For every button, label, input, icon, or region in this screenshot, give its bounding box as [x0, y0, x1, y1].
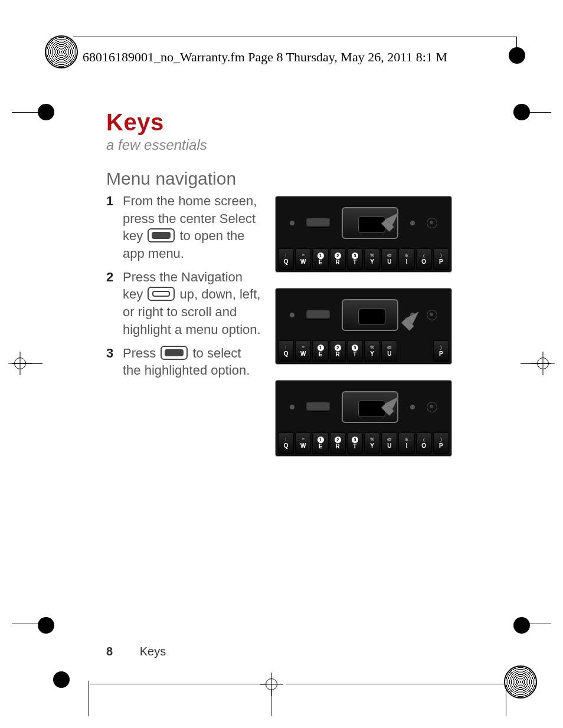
keyboard-key: 1E [312, 248, 328, 270]
key-letter: E [319, 260, 323, 265]
key-symbol: ) [440, 437, 442, 442]
keyboard-key: 1E [312, 340, 328, 362]
key-letter: T [353, 352, 356, 358]
keyboard-key: @U [381, 248, 397, 270]
key-letter: Q [284, 443, 289, 449]
key-letter: Y [370, 443, 374, 449]
indicator-dot [290, 221, 294, 225]
crop-line [271, 689, 271, 716]
keyboard-key: 3T [347, 340, 363, 362]
pointer-arrow-icon [369, 209, 402, 242]
keyboard-key: !Q [278, 340, 294, 362]
crop-line [286, 684, 504, 684]
keyboard-key: !Q [278, 248, 294, 270]
reg-dot [38, 617, 54, 634]
soft-key-left [306, 218, 330, 228]
key-symbol: % [370, 253, 374, 258]
key-letter: W [300, 259, 306, 265]
phone-top-row [276, 294, 451, 336]
phone-illustration: !Q=W1E2R3T%Y@U&I(O)P [275, 288, 452, 365]
step-number: 3 [106, 345, 117, 379]
phone-illustration: !Q=W1E2R3T%Y@U&I(O)P [275, 196, 452, 273]
key-letter: Y [370, 259, 374, 265]
key-letter: W [300, 351, 306, 357]
reg-dot [513, 617, 530, 634]
keyboard-key: 2R [330, 340, 346, 362]
key-number-badge: 1 [317, 252, 324, 259]
key-number-badge: 1 [317, 437, 324, 443]
keyboard-key: 3T [347, 432, 363, 454]
steps-column: 1From the home screen, press the center … [106, 192, 261, 472]
key-letter: Q [284, 351, 289, 357]
indicator-dot [290, 313, 294, 317]
keyboard-key: =W [295, 340, 311, 362]
keyboard-key: =W [295, 432, 311, 454]
keyboard-row: !Q=W1E2R3T%Y@U&I(O)P [278, 340, 449, 362]
header-docline: 68016189001_no_Warranty.fm Page 8 Thursd… [83, 50, 447, 65]
key-symbol: = [302, 253, 305, 258]
camera-icon [427, 310, 437, 320]
soft-key-left [306, 402, 330, 412]
key-letter: R [336, 352, 340, 358]
key-symbol: & [405, 437, 408, 442]
key-number-badge: 2 [335, 437, 341, 443]
key-letter: E [319, 444, 323, 450]
crosshair-bottom [260, 673, 283, 696]
nav-key-icon [148, 287, 175, 301]
step-body: From the home screen, press the center S… [123, 192, 261, 263]
key-letter: R [336, 260, 340, 265]
key-letter: W [300, 443, 306, 449]
step-number: 1 [106, 192, 117, 263]
key-symbol: ( [423, 253, 425, 258]
keyboard-key: )P [433, 340, 449, 362]
key-letter: O [421, 443, 426, 449]
key-number-badge: 3 [352, 345, 358, 351]
crop-line [12, 624, 47, 624]
keyboard-key: 2R [330, 432, 346, 454]
key-number-badge: 1 [317, 345, 324, 351]
key-symbol: @ [387, 253, 392, 258]
keyboard-key: %Y [364, 248, 380, 270]
phone-top-row [276, 386, 451, 428]
crop-line [12, 363, 42, 364]
keyboard-key: )P [433, 432, 449, 454]
crop-line [521, 363, 551, 364]
crop-line [506, 681, 506, 716]
keyboard-key: )P [433, 248, 449, 270]
indicator-dot [410, 221, 415, 225]
key-letter: I [406, 259, 408, 265]
key-symbol: % [370, 437, 374, 442]
crop-line [89, 681, 89, 716]
pointer-arrow-icon [369, 393, 402, 427]
footer-label: Keys [140, 645, 166, 658]
key-letter: E [319, 352, 323, 358]
key-symbol: ! [285, 437, 286, 442]
reg-mark-bottom-left [45, 663, 78, 696]
key-letter: T [353, 260, 356, 265]
key-letter: U [387, 443, 391, 449]
keyboard-key: 3T [347, 248, 363, 270]
indicator-dot [290, 405, 294, 409]
reg-mark-bottom-right [504, 665, 537, 699]
key-symbol: = [302, 437, 305, 442]
step-text-pre: Press [123, 346, 159, 360]
key-number-badge: 2 [335, 345, 341, 351]
key-letter: O [421, 259, 426, 265]
keyboard-key: !Q [278, 432, 294, 454]
step-item: 2Press the Navigation key up, down, left… [106, 268, 261, 339]
keyboard-key: @U [381, 432, 397, 454]
page-subtitle: a few essentials [106, 137, 460, 153]
keyboard-key: %Y [364, 432, 380, 454]
crop-line [516, 112, 551, 113]
key-number-badge: 3 [352, 437, 358, 443]
indicator-dot [410, 405, 415, 409]
crop-line [516, 624, 551, 624]
section-heading: Menu navigation [106, 169, 460, 189]
crop-line [12, 112, 47, 113]
key-number-badge: 2 [335, 252, 341, 259]
keyboard-key: 1E [312, 432, 328, 454]
key-letter: Q [284, 259, 289, 265]
phone-illustration: !Q=W1E2R3T%Y@U&I(O)P [275, 380, 452, 457]
key-symbol: @ [387, 437, 392, 442]
illustration-column: !Q=W1E2R3T%Y@U&I(O)P !Q=W1E2R3T%Y@U&I(O)… [275, 192, 460, 472]
